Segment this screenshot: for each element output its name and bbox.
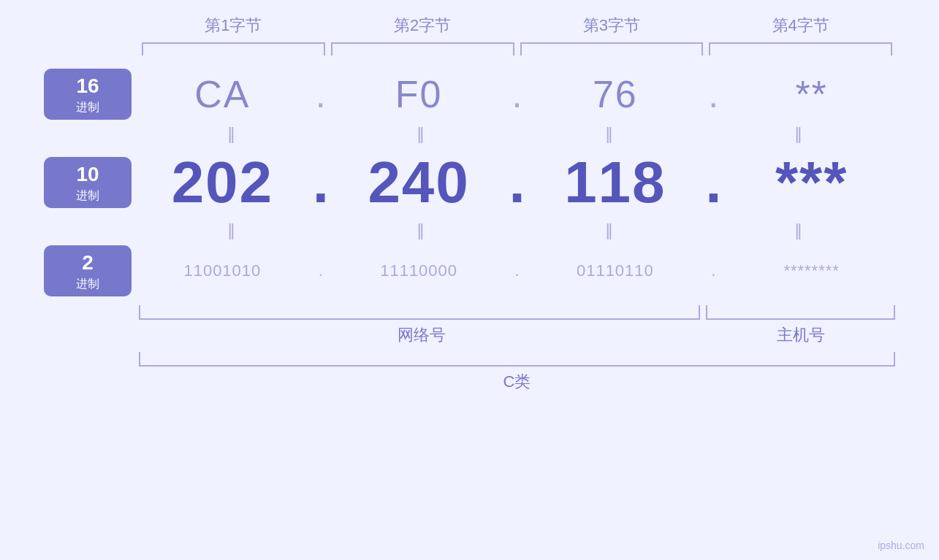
bin-byte4: ******** [728, 261, 895, 280]
bin-byte3: 01110110 [532, 261, 699, 280]
byte-headers: 第1字节 第2字节 第3字节 第4字节 [44, 15, 895, 42]
bin-dot1: . [306, 261, 335, 280]
eq6: ‖ [328, 221, 517, 240]
byte2-header: 第2字节 [328, 15, 517, 42]
dec-byte4: *** [728, 149, 895, 216]
dec-byte2: 240 [335, 149, 503, 216]
hex-byte1: CA [139, 72, 306, 116]
hex-label: 16 进制 [44, 69, 132, 120]
eq-row-2: ‖ ‖ ‖ ‖ [44, 216, 895, 245]
bracket-4 [709, 42, 892, 55]
byte3-header: 第3字节 [517, 15, 707, 42]
eq-row-1: ‖ ‖ ‖ ‖ [44, 120, 895, 149]
class-bracket [139, 352, 895, 367]
eq4: ‖ [706, 125, 895, 144]
bin-label: 2 进制 [44, 245, 132, 296]
bin-byte1: 11001010 [139, 261, 306, 280]
host-label: 主机号 [707, 324, 895, 346]
bin-dot3: . [699, 261, 728, 280]
eq7: ‖ [517, 221, 707, 240]
eq5: ‖ [139, 221, 328, 240]
eq3: ‖ [517, 125, 707, 144]
dec-content: 202 . 240 . 118 . *** [139, 149, 895, 216]
dec-row: 10 进制 202 . 240 . 118 . *** [44, 149, 895, 216]
dec-dot1: . [306, 149, 335, 216]
dec-dot3: . [699, 149, 728, 216]
network-label: 网络号 [139, 324, 704, 346]
dec-label: 10 进制 [44, 157, 132, 208]
hex-byte3: 76 [532, 72, 699, 116]
hex-dot1: . [306, 72, 335, 116]
main-container: 第1字节 第2字节 第3字节 第4字节 16 进制 CA . F0 . 76 .… [0, 0, 939, 560]
class-label-row: C类 [44, 371, 895, 393]
hex-dot2: . [503, 72, 532, 116]
hex-byte4: ** [728, 72, 895, 116]
bracket-2 [331, 42, 514, 55]
bin-content: 11001010 . 11110000 . 01110110 . *******… [139, 261, 895, 280]
bracket-1 [142, 42, 325, 55]
watermark: ipshu.com [878, 540, 924, 551]
bin-dot2: . [503, 261, 532, 280]
eq8: ‖ [706, 221, 895, 240]
dec-byte3: 118 [532, 149, 699, 216]
hex-dot3: . [699, 72, 728, 116]
byte1-header: 第1字节 [139, 15, 328, 42]
bin-row: 2 进制 11001010 . 11110000 . 01110110 . **… [44, 245, 895, 296]
hex-row: 16 进制 CA . F0 . 76 . ** [44, 69, 895, 120]
class-label: C类 [139, 371, 895, 393]
byte4-header: 第4字节 [706, 15, 895, 42]
eq1: ‖ [139, 125, 328, 144]
dec-byte1: 202 [139, 149, 306, 216]
bottom-bracket-row [44, 305, 895, 320]
class-bracket-row [44, 352, 895, 367]
top-brackets [44, 42, 895, 55]
hex-byte2: F0 [335, 72, 503, 116]
network-host-labels: 网络号 主机号 [44, 324, 895, 346]
network-bracket [139, 305, 700, 320]
host-bracket [706, 305, 895, 320]
hex-content: CA . F0 . 76 . ** [139, 72, 895, 116]
dec-dot2: . [503, 149, 532, 216]
bracket-3 [520, 42, 704, 55]
eq2: ‖ [328, 125, 517, 144]
bin-byte2: 11110000 [335, 261, 503, 280]
